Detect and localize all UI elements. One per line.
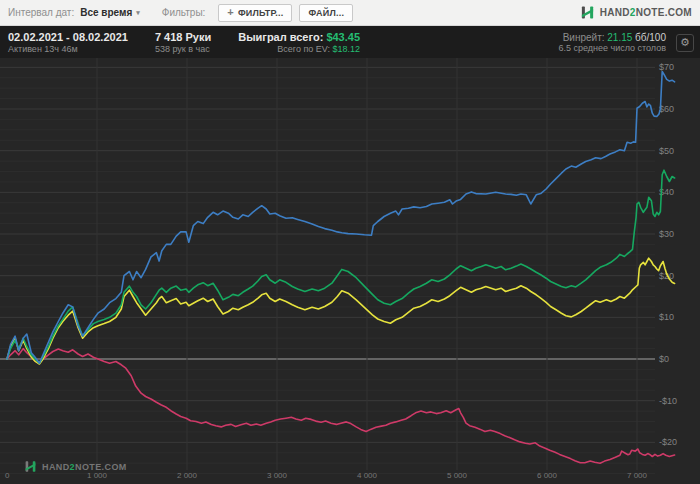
date-interval-dropdown[interactable]: Все время ▾ bbox=[80, 7, 140, 18]
svg-text:$30: $30 bbox=[659, 229, 674, 239]
svg-text:$10: $10 bbox=[659, 312, 674, 322]
h2n-logo-icon bbox=[580, 5, 595, 20]
svg-text:2 000: 2 000 bbox=[177, 471, 198, 480]
date-interval-value: Все время bbox=[80, 7, 132, 18]
filters-label: Фильтры: bbox=[162, 7, 206, 18]
svg-text:4 000: 4 000 bbox=[357, 471, 378, 480]
svg-text:$50: $50 bbox=[659, 146, 674, 156]
settings-button[interactable]: ⚙ bbox=[676, 34, 694, 52]
svg-text:6 000: 6 000 bbox=[537, 471, 558, 480]
date-range-value: 02.02.2021 - 08.02.2021 bbox=[8, 31, 128, 44]
add-filter-button[interactable]: + ФИЛЬТР... bbox=[218, 4, 292, 22]
svg-text:$0: $0 bbox=[659, 354, 669, 364]
chevron-down-icon: ▾ bbox=[136, 9, 140, 17]
svg-text:7 000: 7 000 bbox=[627, 471, 648, 480]
stats-bar: 02.02.2021 - 08.02.2021 Активен 13ч 46м … bbox=[0, 26, 700, 58]
svg-text:-$20: -$20 bbox=[659, 437, 677, 447]
plus-icon: + bbox=[227, 7, 234, 18]
won-total: Выиграл всего: $43.45 bbox=[238, 31, 360, 44]
stat-date-range: 02.02.2021 - 08.02.2021 Активен 13ч 46м bbox=[8, 29, 128, 56]
blue-line bbox=[7, 72, 675, 364]
svg-text:5 000: 5 000 bbox=[447, 471, 468, 480]
ev-total: Всего по EV: $18.12 bbox=[238, 44, 360, 55]
hand2note-graph-window: Интервал дат: Все время ▾ Фильтры: + ФИЛ… bbox=[0, 0, 700, 484]
hand2note-logo[interactable]: HAND2NOTE.COM bbox=[580, 5, 692, 20]
date-interval-label: Интервал дат: bbox=[8, 7, 74, 18]
winrate: Винрейт: 21.15 бб/100 bbox=[558, 32, 666, 43]
winnings-graph-plot[interactable]: 01 0002 0003 0004 0005 0006 0007 000$70$… bbox=[0, 58, 700, 484]
active-time: Активен 13ч 46м bbox=[8, 44, 128, 55]
svg-text:-$10: -$10 bbox=[659, 396, 677, 406]
hands-per-hour: 538 рук в час bbox=[155, 44, 211, 55]
green-line bbox=[7, 170, 675, 363]
svg-text:1 000: 1 000 bbox=[87, 471, 108, 480]
toolbar: Интервал дат: Все время ▾ Фильтры: + ФИЛ… bbox=[0, 0, 700, 26]
hands-count: 7 418 Руки bbox=[155, 31, 211, 44]
stat-winnings: Выиграл всего: $43.45 Всего по EV: $18.1… bbox=[238, 29, 360, 56]
svg-text:3 000: 3 000 bbox=[267, 471, 288, 480]
red-line bbox=[7, 349, 675, 464]
brand-text: HAND2NOTE.COM bbox=[600, 7, 692, 18]
stat-hands: 7 418 Руки 538 рук в час bbox=[155, 29, 211, 56]
svg-text:$70: $70 bbox=[659, 62, 674, 72]
gear-icon: ⚙ bbox=[680, 37, 690, 48]
stat-winrate: Винрейт: 21.15 бб/100 6.5 среднее число … bbox=[558, 29, 666, 56]
avg-tables: 6.5 среднее число столов bbox=[558, 43, 666, 54]
file-button[interactable]: ФАЙЛ... bbox=[299, 4, 353, 22]
svg-text:0: 0 bbox=[5, 471, 10, 480]
chart-area: 01 0002 0003 0004 0005 0006 0007 000$70$… bbox=[0, 58, 700, 484]
